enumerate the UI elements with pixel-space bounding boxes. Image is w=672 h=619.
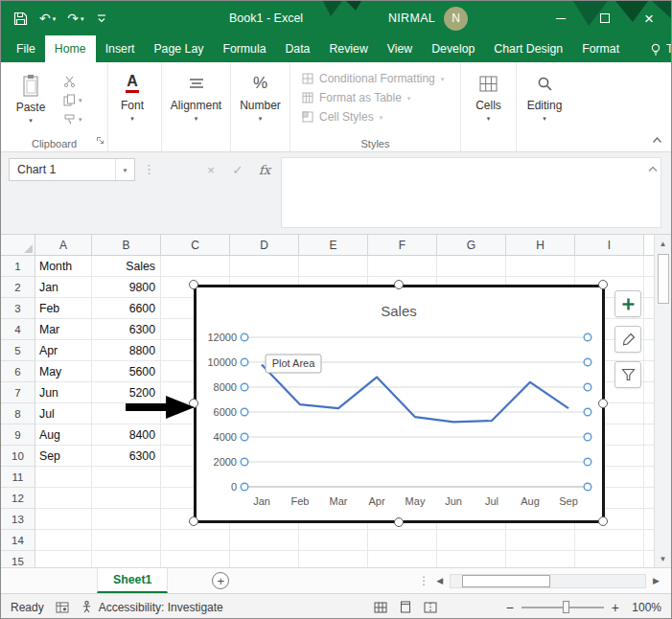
chart-elements-button[interactable]: [614, 290, 641, 317]
cell[interactable]: [230, 530, 299, 551]
column-header-G[interactable]: G: [437, 235, 506, 256]
column-header-F[interactable]: F: [368, 235, 437, 256]
cell[interactable]: [161, 256, 230, 277]
minimize-button[interactable]: ─: [539, 1, 583, 35]
cell[interactable]: Feb: [35, 298, 92, 319]
cell[interactable]: [35, 530, 92, 551]
row-header[interactable]: 1: [1, 256, 35, 277]
cell[interactable]: [92, 551, 161, 567]
row-header[interactable]: 7: [1, 382, 35, 403]
cell[interactable]: [368, 530, 437, 551]
column-header-I[interactable]: I: [575, 235, 644, 256]
tell-me-button[interactable]: Tell me: [640, 35, 671, 62]
cell-styles-button[interactable]: Cell Styles ▾: [302, 110, 382, 124]
row-header[interactable]: 2: [1, 277, 35, 298]
cell[interactable]: [92, 467, 161, 488]
number-button[interactable]: % Number ▾: [231, 62, 290, 133]
tab-data[interactable]: Data: [275, 35, 319, 62]
cell[interactable]: [230, 551, 299, 567]
zoom-slider[interactable]: [521, 607, 604, 608]
cell[interactable]: [35, 551, 92, 567]
sheet-tab-sheet1[interactable]: Sheet1: [97, 568, 168, 593]
normal-view-button[interactable]: [370, 598, 391, 617]
column-header-D[interactable]: D: [230, 235, 299, 256]
cell[interactable]: [506, 256, 575, 277]
tab-formulas[interactable]: Formula: [213, 35, 275, 62]
cell[interactable]: 8800: [92, 340, 161, 361]
page-layout-view-button[interactable]: [395, 598, 416, 617]
scroll-down-button[interactable]: ▼: [655, 550, 672, 567]
format-as-table-button[interactable]: Format as Table ▾: [302, 91, 410, 104]
tab-file[interactable]: File: [7, 35, 45, 62]
cell[interactable]: May: [35, 361, 92, 382]
chart-filters-button[interactable]: [614, 361, 641, 388]
row-header[interactable]: 13: [1, 509, 35, 530]
chart-styles-button[interactable]: [614, 326, 641, 353]
row-header[interactable]: 11: [1, 467, 35, 488]
row-header[interactable]: 6: [1, 361, 35, 382]
scroll-right-button[interactable]: ▶: [653, 576, 660, 585]
vertical-scrollbar[interactable]: ▲ ▼: [654, 235, 671, 567]
tab-home[interactable]: Home: [45, 35, 96, 62]
cell[interactable]: [506, 530, 575, 551]
column-header-A[interactable]: A: [35, 235, 92, 256]
accessibility-status-button[interactable]: Accessibility: Investigate: [81, 601, 223, 614]
collapse-ribbon-button[interactable]: [652, 132, 662, 147]
cell[interactable]: Jul: [35, 403, 92, 424]
cell[interactable]: Sales: [92, 256, 161, 277]
sales-chart[interactable]: 020004000600080001000012000JanFebMarAprM…: [197, 287, 602, 520]
redo-button[interactable]: ↷▾: [64, 9, 86, 28]
row-header[interactable]: 9: [1, 424, 35, 446]
chart-resize-handle-middle-right[interactable]: [598, 399, 608, 408]
cell[interactable]: Aug: [35, 424, 92, 446]
cell[interactable]: [575, 256, 644, 277]
cell[interactable]: Sep: [35, 446, 92, 467]
row-header[interactable]: 8: [1, 403, 35, 424]
cell[interactable]: [575, 551, 644, 567]
macro-record-button[interactable]: [56, 602, 69, 613]
cell[interactable]: [437, 551, 506, 567]
column-header-B[interactable]: B: [92, 235, 161, 256]
cancel-button[interactable]: ×: [198, 158, 223, 181]
row-header[interactable]: 12: [1, 488, 35, 509]
formula-bar-drag-handle[interactable]: ⋮: [143, 162, 155, 176]
chart-resize-handle-top-right[interactable]: [598, 280, 608, 289]
vertical-scroll-thumb[interactable]: [658, 254, 669, 304]
chart-resize-handle-top-left[interactable]: [189, 280, 198, 289]
scroll-left-button[interactable]: ◀: [436, 576, 443, 585]
row-header[interactable]: 4: [1, 319, 35, 340]
column-header-C[interactable]: C: [161, 235, 230, 256]
cell[interactable]: [92, 509, 161, 530]
zoom-level[interactable]: 100%: [627, 601, 661, 614]
zoom-slider-thumb[interactable]: [563, 601, 569, 613]
cell[interactable]: 8400: [92, 424, 161, 446]
tab-format[interactable]: Format: [572, 35, 629, 62]
cell[interactable]: Month: [35, 256, 92, 277]
cell[interactable]: [161, 551, 230, 567]
cell[interactable]: [506, 551, 575, 567]
column-header-H[interactable]: H: [506, 235, 575, 256]
chart-container[interactable]: 020004000600080001000012000JanFebMarAprM…: [194, 285, 605, 523]
cell[interactable]: [299, 551, 368, 567]
tab-page-layout[interactable]: Page Lay: [144, 35, 213, 62]
zoom-in-button[interactable]: +: [612, 600, 619, 615]
cell[interactable]: [92, 488, 161, 509]
row-header[interactable]: 3: [1, 298, 35, 319]
account-button[interactable]: NIRMAL N: [388, 1, 468, 35]
maximize-button[interactable]: [583, 1, 627, 35]
row-header[interactable]: 14: [1, 530, 35, 551]
formula-input[interactable]: [281, 157, 661, 228]
formula-bar-collapse-button[interactable]: [648, 161, 658, 175]
tab-developer[interactable]: Develop: [422, 35, 484, 62]
cell[interactable]: [92, 530, 161, 551]
copy-button[interactable]: ▾: [63, 94, 82, 106]
font-button[interactable]: A Font ▾: [108, 62, 156, 133]
customize-quick-access-button[interactable]: [93, 11, 110, 26]
zoom-out-button[interactable]: −: [506, 600, 514, 615]
paste-button[interactable]: Paste ▾: [7, 64, 55, 124]
horizontal-scrollbar[interactable]: [450, 574, 646, 588]
tab-insert[interactable]: Insert: [96, 35, 145, 62]
editing-button[interactable]: Editing ▾: [517, 62, 572, 133]
cell[interactable]: 6300: [92, 319, 161, 340]
cell[interactable]: 6300: [92, 446, 161, 467]
